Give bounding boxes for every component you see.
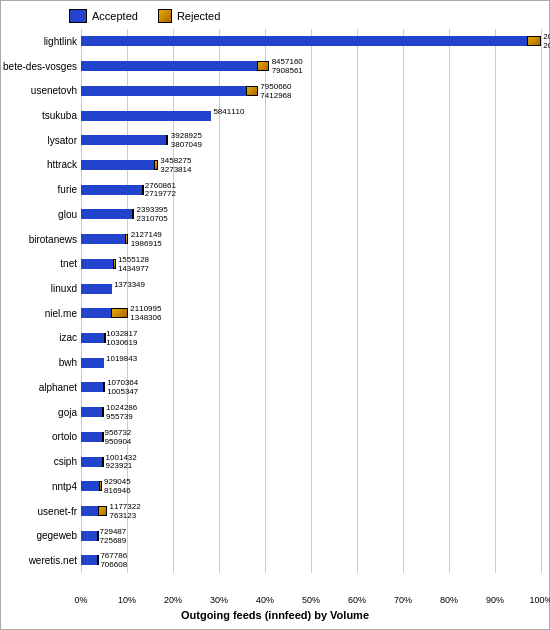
- y-label: gegeweb: [9, 528, 77, 544]
- bar-value-label: 79506607412968: [260, 83, 291, 101]
- bars-area: 2065331520025311845716079085617950660741…: [81, 29, 541, 591]
- bar-value-label: 10328171030619: [106, 330, 137, 348]
- bar-row: 1024286955739: [81, 405, 541, 419]
- bar-accepted: [81, 308, 111, 318]
- bar-row: 929045816946: [81, 479, 541, 493]
- y-label: nntp4: [9, 478, 77, 494]
- bar-row: 767786706608: [81, 553, 541, 567]
- bar-rejected: [99, 481, 101, 491]
- bar-value-label: 34582753273814: [160, 157, 191, 175]
- bar-row: 23933952310705: [81, 207, 541, 221]
- x-tick-label: 90%: [486, 595, 504, 605]
- y-label: tnet: [9, 256, 77, 272]
- bar-accepted: [81, 358, 104, 368]
- bar-accepted: [81, 135, 166, 145]
- bar-value-label: 1177322763123: [110, 503, 141, 521]
- y-label: httrack: [9, 157, 77, 173]
- bar-value-label: 929045816946: [104, 478, 131, 496]
- bar-row: 84571607908561: [81, 59, 541, 73]
- x-tick-label: 50%: [302, 595, 320, 605]
- bar-accepted: [81, 61, 257, 71]
- legend-rejected-box: [158, 9, 172, 23]
- bar-rejected: [111, 308, 128, 318]
- x-axis-row: 0%10%20%30%40%50%60%70%80%90%100%: [81, 591, 541, 607]
- bar-row: 1001432923921: [81, 455, 541, 469]
- bar-rejected: [527, 36, 541, 46]
- x-tick-label: 80%: [440, 595, 458, 605]
- bar-accepted: [81, 36, 527, 46]
- bar-row: 956732950904: [81, 430, 541, 444]
- bar-value-label: 956732950904: [105, 429, 132, 447]
- gridline: [541, 29, 542, 573]
- bar-value-label: 39289253807049: [171, 132, 202, 150]
- bar-accepted: [81, 555, 97, 565]
- x-axis: 0%10%20%30%40%50%60%70%80%90%100%: [81, 591, 541, 607]
- bar-value-label: 2065331520025311: [543, 33, 550, 51]
- legend-accepted: Accepted: [69, 9, 138, 23]
- x-tick-label: 30%: [210, 595, 228, 605]
- bar-value-label: 10703641005347: [107, 379, 138, 397]
- bar-row: 39289253807049: [81, 133, 541, 147]
- bar-rejected: [113, 259, 116, 269]
- bars-rows: 2065331520025311845716079085617950660741…: [81, 29, 541, 591]
- legend: Accepted Rejected: [9, 9, 541, 23]
- bar-value-label: 84571607908561: [272, 58, 303, 76]
- bar-accepted: [81, 209, 132, 219]
- bar-row: 1019843: [81, 356, 541, 370]
- x-tick-label: 20%: [164, 595, 182, 605]
- bar-accepted: [81, 382, 103, 392]
- bar-value-label: 1373349: [114, 281, 145, 290]
- bar-accepted: [81, 284, 112, 294]
- y-label: birotanews: [9, 231, 77, 247]
- y-label: usenet-fr: [9, 503, 77, 519]
- bar-row: 5841110: [81, 109, 541, 123]
- bar-row: 27608612719772: [81, 183, 541, 197]
- bar-row: 21109951348306: [81, 306, 541, 320]
- bar-accepted: [81, 432, 102, 442]
- bar-value-label: 23933952310705: [137, 206, 168, 224]
- y-label: bete-des-vosges: [9, 58, 77, 74]
- bar-rejected: [132, 209, 134, 219]
- bar-accepted: [81, 506, 98, 516]
- y-label: goja: [9, 404, 77, 420]
- bar-value-label: 21271491986915: [131, 231, 162, 249]
- bar-accepted: [81, 259, 113, 269]
- y-label: csiph: [9, 454, 77, 470]
- y-label: usenetovh: [9, 83, 77, 99]
- bar-rejected: [257, 61, 269, 71]
- bar-row: 1373349: [81, 282, 541, 296]
- y-label: linuxd: [9, 281, 77, 297]
- bar-rejected: [103, 382, 105, 392]
- legend-accepted-box: [69, 9, 87, 23]
- bar-value-label: 27608612719772: [145, 182, 176, 200]
- y-label: lysator: [9, 132, 77, 148]
- y-label: weretis.net: [9, 552, 77, 568]
- bar-rejected: [166, 135, 169, 145]
- legend-rejected: Rejected: [158, 9, 220, 23]
- bar-row: 729487725689: [81, 529, 541, 543]
- bar-accepted: [81, 111, 211, 121]
- bar-row: 21271491986915: [81, 232, 541, 246]
- bar-value-label: 15551281434977: [118, 256, 149, 274]
- bar-rejected: [97, 555, 99, 565]
- bar-accepted: [81, 160, 154, 170]
- bar-value-label: 1001432923921: [106, 454, 137, 472]
- chart-container: Accepted Rejected lightlinkbete-des-vosg…: [0, 0, 550, 630]
- x-tick-label: 0%: [74, 595, 87, 605]
- bar-row: 79506607412968: [81, 84, 541, 98]
- bar-value-label: 1024286955739: [106, 404, 137, 422]
- y-label: alphanet: [9, 379, 77, 395]
- bar-accepted: [81, 457, 102, 467]
- bar-row: 10703641005347: [81, 380, 541, 394]
- bar-rejected: [125, 234, 128, 244]
- y-labels: lightlinkbete-des-vosgesusenetovhtsukuba…: [9, 29, 81, 591]
- x-tick-label: 10%: [118, 595, 136, 605]
- legend-accepted-label: Accepted: [92, 10, 138, 22]
- y-label: glou: [9, 206, 77, 222]
- legend-rejected-label: Rejected: [177, 10, 220, 22]
- y-label: furie: [9, 182, 77, 198]
- bar-accepted: [81, 531, 97, 541]
- y-label: izac: [9, 330, 77, 346]
- x-tick-label: 60%: [348, 595, 366, 605]
- bar-row: 2065331520025311: [81, 34, 541, 48]
